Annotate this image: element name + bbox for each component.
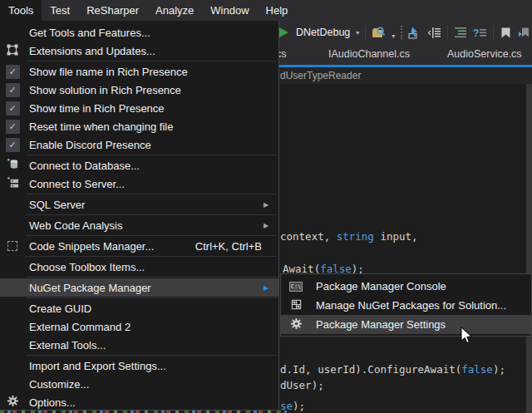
menu-shortcut: Ctrl+K, Ctrl+B	[195, 240, 262, 253]
checkmark-icon: ✓	[6, 138, 20, 152]
menu-item-connect-to-server[interactable]: Connect to Server...	[0, 175, 278, 193]
view-code-lines-icon[interactable]	[427, 27, 441, 39]
code-line: dUser);	[280, 380, 324, 391]
checkmark-icon: ✓	[6, 83, 20, 97]
menu-separator	[26, 355, 277, 356]
run-target-dropdown-icon[interactable]: ▾	[356, 29, 359, 37]
menubar-item-test[interactable]: Test	[42, 0, 78, 21]
comment-help-icon[interactable]: ?	[473, 27, 487, 39]
svg-text:?: ?	[473, 27, 479, 39]
menu-item-enable-discord-presence[interactable]: ✓Enable Discord Presence	[0, 135, 278, 154]
menu-item-sql-server[interactable]: SQL Server▶	[0, 195, 278, 214]
mouse-cursor	[461, 327, 474, 348]
menu-separator	[26, 235, 277, 236]
checkmark-icon: ✓	[6, 101, 20, 116]
menu-item-reset-time[interactable]: ✓Reset time when changing file	[0, 117, 278, 135]
menubar-item-resharper[interactable]: ReSharper	[78, 0, 147, 21]
menu-item-web-code-analysis[interactable]: Web Code Analysis▶	[0, 216, 278, 234]
find-options-dropdown-icon[interactable]: ▾	[392, 32, 395, 40]
checkmark-icon: ✓	[6, 65, 20, 79]
gear-icon	[290, 317, 303, 332]
server-icon	[7, 176, 19, 191]
menu-separator	[26, 277, 277, 278]
breadcrumb-type-name[interactable]: dUserTypeReader	[280, 67, 361, 84]
nuget-package-icon	[290, 298, 303, 313]
code-snippets-icon	[7, 241, 17, 251]
menu-item-external-tools[interactable]: External Tools...	[0, 336, 278, 354]
gear-icon	[7, 395, 19, 410]
checkmark-icon: ✓	[6, 120, 20, 134]
menubar-item-tools[interactable]: Tools	[0, 0, 42, 21]
menu-item-options[interactable]: Options...	[0, 393, 278, 411]
menu-item-external-command-2[interactable]: External Command 2	[0, 317, 278, 336]
menu-bar: Tools Test ReSharper Analyze Window Help	[0, 0, 532, 21]
menu-item-create-guid[interactable]: Create GUID	[0, 299, 278, 317]
menu-item-manage-nuget-packages[interactable]: Manage NuGet Packages for Solution...	[281, 296, 531, 315]
menu-separator	[26, 214, 277, 215]
database-icon	[7, 158, 19, 173]
submenu-arrow-icon: ▶	[264, 201, 278, 209]
editor-scrollbar[interactable]	[526, 84, 532, 413]
menu-item-show-time[interactable]: ✓Show time in Rich Presence	[0, 99, 278, 117]
nuget-package-manager-submenu: C:\ Package Manager Console Manage NuGet…	[280, 273, 532, 337]
toolbar-separator	[447, 26, 448, 40]
toolbar-grip-icon[interactable]	[401, 26, 402, 39]
menu-item-code-snippets-manager[interactable]: Code Snippets Manager... Ctrl+K, Ctrl+B	[0, 237, 278, 255]
menu-separator	[26, 61, 277, 61]
submenu-arrow-icon: ▶	[264, 222, 278, 229]
bookmark-icon[interactable]	[500, 27, 512, 39]
menu-separator	[26, 297, 277, 298]
find-in-files-icon[interactable]	[372, 26, 386, 39]
bookmark-next-icon[interactable]	[518, 27, 530, 39]
console-icon: C:\	[289, 282, 303, 292]
menu-item-connect-to-database[interactable]: Connect to Database...	[0, 156, 278, 175]
menu-item-show-solution[interactable]: ✓Show solution in Rich Presence	[0, 81, 278, 99]
submenu-arrow-icon: ▶	[264, 284, 278, 292]
menubar-item-analyze[interactable]: Analyze	[147, 0, 202, 21]
menu-item-import-export-settings[interactable]: Import and Export Settings...	[0, 356, 278, 375]
tab-audioservice[interactable]: AudioService.cs	[447, 44, 522, 65]
menu-item-get-tools-and-features[interactable]: Get Tools and Features...	[0, 23, 278, 42]
toolbar-separator	[365, 26, 366, 40]
menu-item-package-manager-settings[interactable]: Package Manager Settings	[281, 315, 531, 334]
menu-item-show-file-name[interactable]: ✓Show file name in Rich Presence	[0, 62, 278, 81]
menu-separator	[26, 155, 277, 155]
menu-separator	[26, 256, 277, 257]
run-target-label[interactable]: DNetDebug	[294, 27, 350, 38]
menu-item-choose-toolbox-items[interactable]: Choose Toolbox Items...	[0, 258, 278, 276]
tab-iaudiochannel[interactable]: IAudioChannel.cs	[328, 44, 410, 65]
navigate-to-icon[interactable]	[408, 27, 421, 39]
menu-item-package-manager-console[interactable]: C:\ Package Manager Console	[281, 277, 531, 296]
format-indent-icon[interactable]	[454, 27, 467, 38]
code-line: context, string input,	[280, 231, 418, 243]
toolbar-separator	[493, 26, 494, 40]
run-icon[interactable]	[279, 27, 288, 37]
menu-item-nuget-package-manager[interactable]: NuGet Package Manager▶	[0, 278, 278, 297]
tools-menu-dropdown: Get Tools and Features... Extensions and…	[0, 21, 279, 411]
menubar-item-window[interactable]: Window	[202, 0, 257, 21]
extensions-icon	[6, 43, 19, 59]
menu-item-extensions-and-updates[interactable]: Extensions and Updates...	[0, 42, 278, 60]
menubar-item-help[interactable]: Help	[258, 0, 297, 21]
menu-separator	[26, 194, 277, 194]
code-line: d.Id, userId).ConfigureAwait(false);	[280, 364, 505, 376]
menu-item-customize[interactable]: Customize...	[0, 375, 278, 393]
